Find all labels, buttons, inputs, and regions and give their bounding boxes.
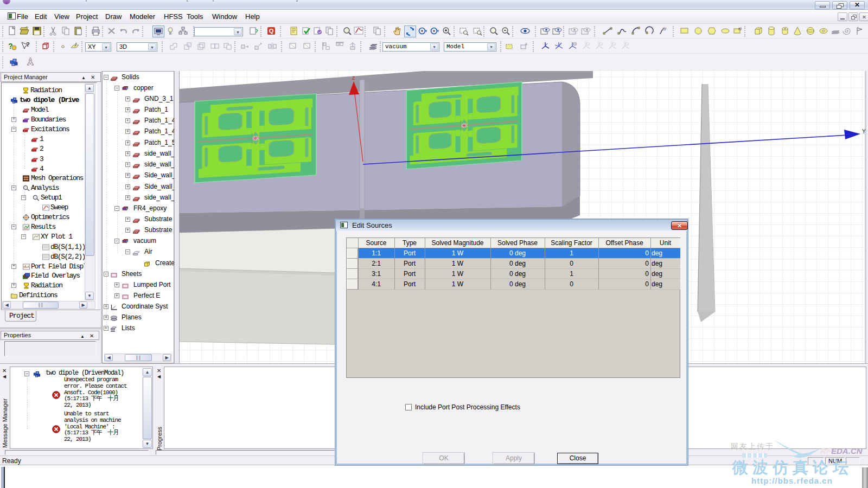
svg-text:f0: f0 [662, 27, 666, 31]
svg-text:Q: Q [269, 28, 274, 34]
svg-text:Y: Y [862, 129, 866, 134]
svg-text:Z: Z [352, 75, 355, 81]
svg-text:?: ? [8, 42, 13, 50]
svg-text:f0: f0 [738, 27, 742, 31]
svg-text:?: ? [26, 41, 30, 48]
